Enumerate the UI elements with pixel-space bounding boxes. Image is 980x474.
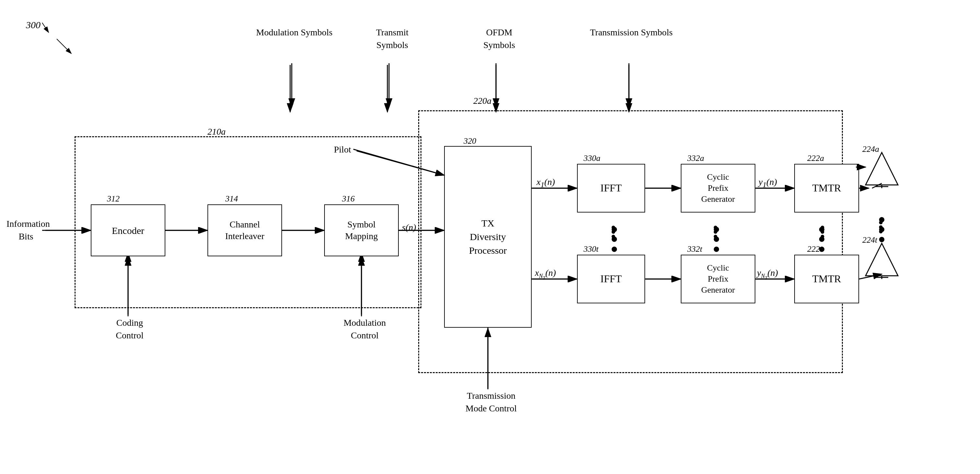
ref-314: 314 (225, 194, 238, 204)
transmit-symbols-label: TransmitSymbols (356, 26, 428, 51)
tmtr-bot-block: TMTR (794, 255, 859, 303)
svg-line-20 (42, 23, 49, 32)
xNt-n-label: xNT(n) (535, 268, 556, 281)
ref-312: 312 (107, 194, 119, 204)
s-n-label: s(n) (402, 222, 416, 233)
y1-n-label: y1(n) (759, 177, 777, 189)
ref-320: 320 (464, 136, 476, 146)
svg-marker-24 (865, 243, 898, 276)
pilot-label: Pilot (334, 144, 351, 155)
svg-line-50 (57, 39, 71, 54)
ref-210a: 210a (207, 126, 226, 137)
ifft-bot-block: IFFT (577, 255, 645, 303)
encoder-block: Encoder (91, 204, 165, 256)
tx-diversity-block: TX Diversity Processor (444, 146, 531, 328)
cyclic-prefix-bot-block: Cyclic Prefix Generator (681, 255, 755, 303)
information-bits-label: InformationBits (6, 217, 45, 243)
symbol-mapping-block: Symbol Mapping (324, 204, 399, 256)
x1-n-label: x1(n) (536, 177, 555, 189)
ref-330a: 330a (584, 153, 600, 163)
cyclic-prefix-top-block: Cyclic Prefix Generator (681, 164, 755, 212)
modulation-symbols-label: Modulation Symbols (256, 26, 328, 38)
ref-332t: 332t (687, 244, 702, 254)
dots-ifft: ●●● (606, 224, 622, 254)
ofdm-symbols-label: OFDMSymbols (464, 26, 535, 51)
ref-220a: 220a (473, 96, 492, 106)
channel-interleaver-block: Channel Interleaver (207, 204, 282, 256)
modulation-control-label: ModulationControl (339, 316, 391, 342)
ref-316: 316 (342, 194, 355, 204)
ref-222a: 222a (807, 153, 824, 163)
dots-cyclic: ●●● (708, 224, 725, 254)
tmtr-top-block: TMTR (794, 164, 859, 212)
antenna-bot (862, 240, 901, 279)
yNt-n-label: yNT(n) (757, 268, 778, 281)
block-diagram: 300 Modulation Symbols TransmitSymbols O… (0, 0, 980, 474)
ifft-top-block: IFFT (577, 164, 645, 212)
transmission-mode-control-label: TransmissionMode Control (450, 389, 531, 415)
dots-tmtr: ●●● (814, 224, 830, 254)
ref-332a: 332a (687, 153, 704, 163)
ref-330t: 330t (584, 244, 598, 254)
transmission-symbols-label: Transmission Symbols (590, 26, 665, 38)
dots-antenna: ●●● (874, 214, 890, 244)
coding-control-label: CodingControl (107, 316, 153, 342)
